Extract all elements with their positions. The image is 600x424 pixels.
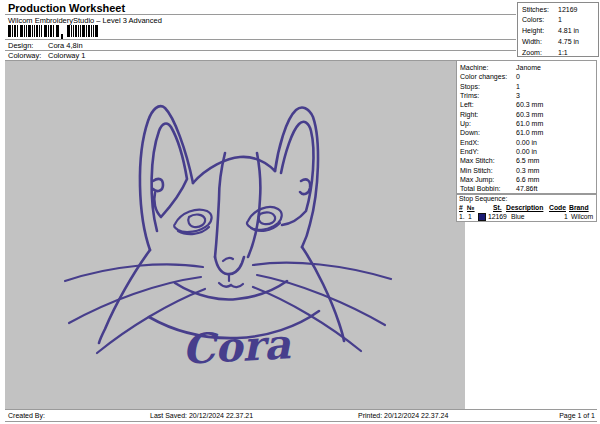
stat-row: Width:4.75 in — [522, 37, 598, 46]
divider — [5, 39, 516, 40]
colorway-value: Colorway 1 — [48, 51, 86, 60]
created-by-label: Created By: — [8, 411, 45, 420]
col-header-description: Description — [506, 204, 543, 212]
design-stats-box: Stitches:12169 Colors:1 Height:4.81 in W… — [517, 2, 599, 57]
footer-divider — [5, 409, 597, 410]
printed-label: Printed: 20/12/2024 22.37.24 — [358, 411, 448, 420]
stop-row-index: 1. — [459, 213, 465, 221]
barcode — [8, 25, 108, 40]
info-row: Up:61.0 mm — [460, 119, 596, 128]
col-header-code: Code — [549, 204, 566, 212]
app-subtitle: Wilcom EmbroideryStudio – Level 3 Advanc… — [8, 16, 162, 25]
page-number: Page 1 of 1 — [559, 411, 595, 420]
colorway-row: Colorway:Colorway 1 — [8, 51, 86, 60]
thread-color-swatch — [478, 213, 486, 221]
info-row: Trims:3 — [460, 91, 596, 100]
page-title: Production Worksheet — [8, 2, 125, 14]
info-row: EndY:0.00 in — [460, 147, 596, 156]
info-row: Right:60.3 mm — [460, 110, 596, 119]
machine-info-panel: Machine:Janome Color changes:0 Stops:1 T… — [456, 61, 597, 194]
col-header-no: № — [467, 204, 475, 212]
stop-row-stitches: 12169 — [488, 213, 507, 221]
colorway-label: Colorway: — [8, 51, 48, 60]
stop-row-number: 1 — [468, 213, 472, 221]
design-row: Design:Cora 4,8in — [8, 41, 83, 50]
info-row: Max Jump:6.6 mm — [460, 175, 596, 184]
design-label: Design: — [8, 41, 48, 50]
stop-row-code: 1 — [564, 213, 568, 221]
stop-row-brand: Wilcom — [571, 213, 593, 221]
cat-embroidery-design: Cora — [5, 61, 465, 409]
info-row: Left:60.3 mm — [460, 100, 596, 109]
stat-row: Zoom:1:1 — [522, 48, 598, 57]
design-canvas: Cora — [5, 61, 465, 409]
info-row: Machine:Janome — [460, 63, 596, 72]
col-header-num: # — [459, 204, 463, 212]
info-row: Max Stitch:6.5 mm — [460, 156, 596, 165]
stop-row-description: Blue — [511, 213, 525, 221]
stop-sequence-title: Stop Sequence: — [459, 195, 507, 203]
info-row: Min Stitch:0.3 mm — [460, 166, 596, 175]
stat-row: Colors:1 — [522, 15, 598, 24]
stat-row: Height:4.81 in — [522, 26, 598, 35]
info-row: EndX:0.00 in — [460, 138, 596, 147]
last-saved-label: Last Saved: 20/12/2024 22.37.21 — [150, 411, 253, 420]
info-row: Total Bobbin:47.86ft — [460, 184, 596, 193]
col-header-brand: Brand — [569, 204, 589, 212]
footer-bottom-divider — [5, 421, 597, 422]
info-row: Color changes:0 — [460, 72, 596, 81]
info-row: Down:61.0 mm — [460, 128, 596, 137]
divider — [5, 14, 516, 15]
design-value: Cora 4,8in — [48, 41, 83, 50]
col-header-st: St. — [493, 204, 502, 212]
stat-row: Stitches:12169 — [522, 5, 598, 14]
info-row: Stops:1 — [460, 82, 596, 91]
design-name-text: Cora — [181, 320, 292, 374]
